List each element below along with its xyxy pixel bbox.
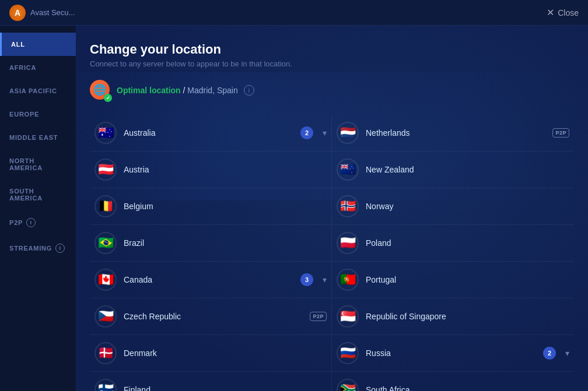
expand-icon[interactable]: ▾ bbox=[323, 275, 327, 284]
country-flag: 🇦🇺 bbox=[94, 122, 117, 144]
titlebar: A Avast Secu... ✕ Close bbox=[0, 0, 588, 26]
close-button[interactable]: ✕ Close bbox=[547, 7, 579, 18]
p2p-badge: P2P bbox=[552, 128, 569, 138]
country-flag: 🇧🇪 bbox=[94, 195, 117, 217]
country-name: Republic of Singapore bbox=[366, 312, 569, 321]
close-icon: ✕ bbox=[547, 7, 554, 18]
country-flag: 🇳🇿 bbox=[337, 158, 359, 181]
country-item-portugal[interactable]: 🇵🇹 Portugal bbox=[332, 262, 574, 298]
country-name: Czech Republic bbox=[124, 312, 303, 321]
optimal-separator: / bbox=[181, 86, 188, 95]
server-count-badge: 2 bbox=[300, 126, 313, 139]
content-header: Change your location Connect to any serv… bbox=[90, 42, 574, 68]
optimal-label: Optimal location bbox=[117, 86, 181, 95]
country-item-south-africa[interactable]: 🇿🇦 South Africa bbox=[332, 372, 574, 391]
country-flag: 🇷🇺 bbox=[337, 342, 359, 364]
country-name: Denmark bbox=[124, 348, 327, 358]
country-item-russia[interactable]: 🇷🇺 Russia 2 ▾ bbox=[332, 335, 574, 372]
country-name: Portugal bbox=[366, 275, 569, 284]
server-count-badge: 3 bbox=[300, 273, 313, 286]
close-label: Close bbox=[558, 8, 579, 17]
country-item-denmark[interactable]: 🇩🇰 Denmark bbox=[90, 335, 332, 372]
country-flag: 🇳🇱 bbox=[337, 122, 359, 144]
sidebar-item-north-america[interactable]: NORTH AMERICA bbox=[0, 149, 76, 179]
country-name: Canada bbox=[124, 275, 293, 284]
expand-icon[interactable]: ▾ bbox=[323, 128, 327, 138]
country-item-finland[interactable]: 🇫🇮 Finland bbox=[90, 372, 332, 391]
country-name: Belgium bbox=[124, 202, 327, 211]
sidebar-label: STREAMING bbox=[9, 245, 52, 252]
country-item-austria[interactable]: 🇦🇹 Austria bbox=[90, 152, 332, 188]
country-flag: 🇸🇬 bbox=[337, 305, 359, 327]
country-flag: 🇨🇦 bbox=[94, 269, 117, 291]
country-item-new-zealand[interactable]: 🇳🇿 New Zealand bbox=[332, 152, 574, 188]
info-icon-streaming[interactable]: i bbox=[55, 244, 65, 253]
country-name: New Zealand bbox=[366, 165, 569, 174]
country-item-belgium[interactable]: 🇧🇪 Belgium bbox=[90, 188, 332, 225]
country-name: Poland bbox=[366, 238, 569, 248]
content-area: Change your location Connect to any serv… bbox=[76, 26, 588, 391]
country-flag: 🇿🇦 bbox=[337, 379, 359, 391]
optimal-info-icon[interactable]: i bbox=[244, 85, 254, 96]
sidebar-item-middle-east[interactable]: MIDDLE EAST bbox=[0, 126, 76, 149]
info-icon-p2p[interactable]: i bbox=[26, 218, 36, 227]
sidebar-item-p2p[interactable]: P2P i bbox=[0, 210, 76, 235]
country-flag: 🇵🇱 bbox=[337, 232, 359, 254]
country-flag: 🇧🇷 bbox=[94, 232, 117, 254]
country-name: Austria bbox=[124, 165, 327, 174]
country-flag: 🇳🇴 bbox=[337, 195, 359, 217]
server-count-badge: 2 bbox=[543, 347, 556, 360]
country-flag: 🇫🇮 bbox=[94, 379, 117, 391]
sidebar-item-europe[interactable]: EUROPE bbox=[0, 103, 76, 126]
sidebar-item-all[interactable]: ALL bbox=[0, 33, 76, 56]
country-flag: 🇨🇿 bbox=[94, 305, 117, 327]
sidebar-label: P2P bbox=[9, 219, 23, 226]
country-item-czech-republic[interactable]: 🇨🇿 Czech Republic P2P bbox=[90, 298, 332, 335]
sidebar-item-africa[interactable]: AFRICA bbox=[0, 56, 76, 79]
country-item-brazil[interactable]: 🇧🇷 Brazil bbox=[90, 225, 332, 262]
country-name: Norway bbox=[366, 202, 569, 211]
country-name: South Africa bbox=[366, 385, 569, 391]
country-name: Netherlands bbox=[366, 128, 545, 138]
optimal-icon: 🌐 ✓ bbox=[90, 80, 111, 101]
country-flag: 🇵🇹 bbox=[337, 269, 359, 291]
country-item-norway[interactable]: 🇳🇴 Norway bbox=[332, 188, 574, 225]
app-title: Avast Secu... bbox=[30, 8, 547, 17]
optimal-check-badge: ✓ bbox=[104, 94, 112, 102]
p2p-badge: P2P bbox=[310, 312, 327, 321]
country-name: Finland bbox=[124, 385, 327, 391]
optimal-text: Optimal location / Madrid, Spain bbox=[117, 86, 238, 95]
country-item-australia[interactable]: 🇦🇺 Australia 2 ▾ bbox=[90, 115, 332, 152]
country-item-poland[interactable]: 🇵🇱 Poland bbox=[332, 225, 574, 262]
page-title: Change your location bbox=[90, 42, 574, 57]
optimal-location-name: Madrid, Spain bbox=[187, 86, 237, 95]
info-letter: i bbox=[249, 87, 250, 94]
country-name: Brazil bbox=[124, 238, 327, 248]
main-layout: ALLAFRICAASIA PACIFICEUROPEMIDDLE EASTNO… bbox=[0, 26, 588, 391]
country-name: Australia bbox=[124, 128, 293, 138]
expand-icon[interactable]: ▾ bbox=[565, 348, 569, 358]
country-item-netherlands[interactable]: 🇳🇱 Netherlands P2P bbox=[332, 115, 574, 152]
countries-grid: 🇦🇺 Australia 2 ▾ 🇳🇱 Netherlands P2P 🇦🇹 A… bbox=[90, 115, 574, 391]
sidebar-item-streaming[interactable]: STREAMING i bbox=[0, 235, 76, 261]
country-flag: 🇦🇹 bbox=[94, 158, 117, 181]
country-flag: 🇩🇰 bbox=[94, 342, 117, 364]
country-item-canada[interactable]: 🇨🇦 Canada 3 ▾ bbox=[90, 262, 332, 298]
sidebar-item-asia-pacific[interactable]: ASIA PACIFIC bbox=[0, 79, 76, 103]
country-name: Russia bbox=[366, 348, 536, 358]
sidebar-item-south-america[interactable]: SOUTH AMERICA bbox=[0, 179, 76, 210]
optimal-location[interactable]: 🌐 ✓ Optimal location / Madrid, Spain i bbox=[90, 80, 574, 101]
sidebar: ALLAFRICAASIA PACIFICEUROPEMIDDLE EASTNO… bbox=[0, 26, 76, 391]
country-item-republic-of-singapore[interactable]: 🇸🇬 Republic of Singapore bbox=[332, 298, 574, 335]
page-subtitle: Connect to any server below to appear to… bbox=[90, 59, 574, 68]
app-logo: A bbox=[9, 5, 26, 21]
